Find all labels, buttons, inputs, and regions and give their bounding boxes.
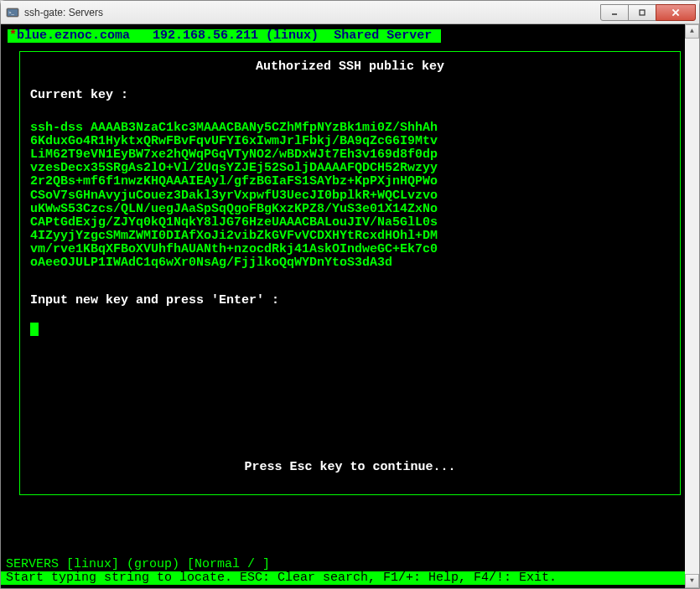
input-new-key-label: Input new key and press 'Enter' :	[30, 294, 670, 307]
new-key-input[interactable]	[30, 323, 670, 337]
host-name: blue.eznoc.coma	[17, 28, 130, 43]
status-context: SERVERS [linux] (group) [Normal / ]	[1, 558, 699, 571]
server-header: *blue.eznoc.coma 192.168.56.211 (linux) …	[8, 29, 441, 43]
scroll-track[interactable]	[685, 39, 699, 574]
maximize-button[interactable]	[628, 4, 656, 21]
minimize-button[interactable]	[600, 4, 629, 21]
app-window: >_ ssh-gate: Servers *blue.eznoc.coma 19…	[0, 0, 700, 589]
window-controls	[601, 4, 696, 21]
svg-rect-4	[640, 10, 645, 15]
vertical-scrollbar[interactable]: ▲ ▼	[685, 24, 699, 588]
server-label: Shared Server	[334, 28, 432, 43]
status-help: Start typing string to locate. ESC: Clea…	[1, 571, 699, 585]
terminal[interactable]: *blue.eznoc.coma 192.168.56.211 (linux) …	[1, 24, 699, 588]
close-button[interactable]	[656, 4, 696, 21]
continue-hint: Press Esc key to continue...	[20, 461, 680, 474]
app-icon: >_	[6, 6, 19, 19]
ssh-key-panel: Authorized SSH public key Current key : …	[19, 51, 681, 495]
ssh-key-value: ssh-dss AAAAB3NzaC1kc3MAAACBANy5CZhMfpNY…	[30, 121, 441, 271]
cursor-icon	[30, 323, 39, 336]
window-title: ssh-gate: Servers	[24, 7, 601, 18]
host-os: (linux)	[266, 28, 319, 43]
titlebar[interactable]: >_ ssh-gate: Servers	[1, 1, 699, 24]
scroll-down-arrow-icon[interactable]: ▼	[685, 574, 699, 588]
host-ip: 192.168.56.211	[153, 28, 258, 43]
svg-text:>_: >_	[8, 10, 15, 15]
scroll-up-arrow-icon[interactable]: ▲	[685, 24, 699, 39]
current-key-label: Current key :	[30, 89, 670, 102]
status-bar: SERVERS [linux] (group) [Normal / ] Star…	[1, 558, 699, 585]
panel-title: Authorized SSH public key	[30, 60, 670, 74]
